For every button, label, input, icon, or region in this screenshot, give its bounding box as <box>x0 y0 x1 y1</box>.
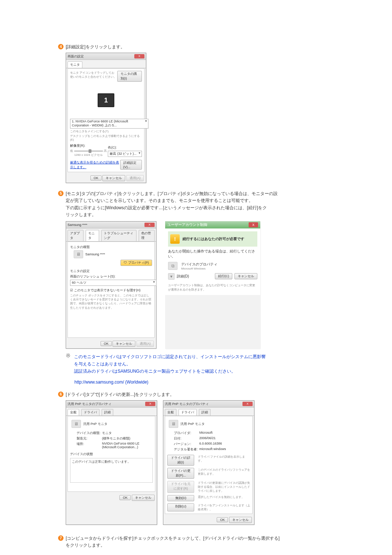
date-key: 日付: <box>174 436 199 441</box>
device-name: 汎用 PnP モニタ <box>180 422 205 426</box>
driver-details-desc: ドライバ ファイルの詳細を表示します。 <box>198 455 250 466</box>
monitor-type-group: モニタの種類 <box>70 245 152 250</box>
window-title: ユーザーアカウント制御 <box>167 222 207 227</box>
step-4-text: [詳細設定]をクリックします。 <box>66 44 125 50</box>
step-6-text: [ドライバ]タブで[ドライバの更新...]をクリックします。 <box>66 391 174 398</box>
cancel-button[interactable]: キャンセル <box>102 175 125 181</box>
version-val: 6.0.6000.16386 <box>199 442 250 446</box>
optimal-display-link[interactable]: 最適な表示を得るための詳細を表示します。 <box>70 160 120 170</box>
device-icon: ⧉ <box>168 262 177 270</box>
uac-details-toggle[interactable]: 詳細(D) <box>177 274 189 279</box>
close-icon[interactable]: X <box>249 222 258 227</box>
cancel-button[interactable]: キャンセル <box>132 495 155 501</box>
ok-button[interactable]: OK <box>101 341 112 346</box>
uac-prompt: 続行するにはあなたの許可が必要です <box>183 236 244 242</box>
refresh-rate-select[interactable]: 60 ヘルツ <box>70 280 156 286</box>
step-6-badge: 6 <box>58 392 64 397</box>
driver-cert-note: ※ このモニタードライバはマイクロソフトロゴに認定されており、インストールがシス… <box>66 353 334 375</box>
tab-detail[interactable]: 詳細 <box>102 409 113 416</box>
provider-val: Microsoft <box>199 431 250 436</box>
note-mark-icon: ※ <box>66 352 70 359</box>
cancel-button[interactable]: キャンセル <box>113 341 135 347</box>
tab-adapter[interactable]: アダプタ <box>68 230 83 241</box>
step-5: 5 [モニタ]タブの[プロパティ]をクリックします。[プロパティ]ボタンが無効に… <box>58 190 334 218</box>
mfg-val: (標準モニタの種類) <box>102 436 153 441</box>
step-7-badge: 7 <box>58 535 64 541</box>
tab-monitor[interactable]: モニタ <box>86 230 99 241</box>
disable-driver-button[interactable]: 無効(D) <box>167 495 194 501</box>
samsung-worldwide-link[interactable]: http://www.samsung.com/ (Worldwide) <box>74 380 148 385</box>
step-5-text: [モニタ]タブの[プロパティ]をクリックします。[プロパティ]ボタンが無効になっ… <box>66 190 278 218</box>
cancel-button[interactable]: キャンセル <box>229 517 252 523</box>
device-status-text: このデバイスは正常に動作しています。 <box>70 458 153 483</box>
update-driver-desc: このデバイスのドライバソフトウェアを更新します。 <box>198 468 250 479</box>
monitor-properties-window: Samsung **** X アダプタ モニタ トラブルシューティング 色の管理… <box>66 221 156 349</box>
step-7-text: [コンピュータからドライバを探す]チェックボックスをチェックして、[デバイスドラ… <box>66 535 279 549</box>
cancel-button[interactable]: キャンセル <box>234 273 257 279</box>
device-name: 汎用 PnP モニタ <box>83 422 107 426</box>
display-settings-window: 画面の設定 X モニタ モニタ アイコンをドラッグしてお使いのモニタと合わせてく… <box>66 53 146 183</box>
identify-monitor-button[interactable]: モニタの識別(I) <box>117 71 142 82</box>
tab-driver[interactable]: ドライバ <box>81 409 99 416</box>
apply-button: 適用(A) <box>136 341 154 347</box>
uninstall-driver-button[interactable]: 削除(U) <box>167 503 194 511</box>
rollback-driver-button: ドライバを元に戻す(R) <box>167 481 194 493</box>
tab-driver[interactable]: ドライバ <box>179 409 197 416</box>
close-icon[interactable]: X <box>144 223 155 227</box>
tab-monitor[interactable]: モニタ <box>68 61 82 68</box>
step-4-badge: 4 <box>58 44 64 49</box>
device-properties-driver-window: 汎用 PnP モニタのプロパティ X 全般 ドライバ 詳細 🖥 汎用 PnP モ… <box>163 400 254 525</box>
close-icon[interactable]: X <box>134 54 144 58</box>
refresh-rate-label: 画面のリフレッシュ レート(S): <box>70 274 152 279</box>
uac-device-name: デバイスのプロパティ <box>181 262 217 267</box>
driver-details-button[interactable]: ドライバの詳細(I) <box>167 455 194 466</box>
close-icon[interactable]: X <box>145 402 155 406</box>
ok-button[interactable]: OK <box>90 175 102 181</box>
color-select[interactable]: 最高 (32 ビット)... <box>108 151 142 157</box>
monitor-icon: 🖥 <box>72 420 81 428</box>
uac-subtitle: あなたが開始した操作である場合は、続行してください。 <box>168 249 257 259</box>
res-low: 低 <box>70 149 73 153</box>
monitor-properties-button[interactable]: 🛡 プロパティ(P) <box>121 260 152 266</box>
advanced-settings-button[interactable]: 詳細設定(V)... <box>120 160 142 170</box>
date-val: 2006/06/21 <box>199 436 250 441</box>
monitor-icon: 🖥 <box>74 250 83 258</box>
primary-monitor-checkbox: このモニタをメインにする(T) <box>70 129 142 133</box>
hide-modes-checkbox[interactable]: ☑ このモニタでは表示できないモードを隠す(H) <box>70 288 140 292</box>
update-driver-button[interactable]: ドライバの更新(P)... <box>167 468 194 479</box>
loc-key: 場所: <box>77 442 102 449</box>
uac-footnote: ユーザーアカウント制御は、あなたの許可なくコンピュータに変更が適用されるのを防ぎ… <box>168 283 257 292</box>
step-4: 4 [詳細設定]をクリックします。 <box>58 44 334 50</box>
mfg-key: 製造元: <box>77 436 102 441</box>
tab-detail[interactable]: 詳細 <box>199 409 211 416</box>
continue-button[interactable]: 続行(C) <box>215 273 233 279</box>
uninstall-driver-desc: ドライバをアンインストールします（上級者用）。 <box>198 503 250 511</box>
window-title: 汎用 PnP モニタのプロパティ <box>165 402 209 406</box>
resolution-label: 解像度(R): <box>70 143 107 148</box>
uac-publisher: Microsoft Windows <box>181 267 217 270</box>
tab-troubleshoot[interactable]: トラブルシューティング <box>101 230 136 241</box>
close-icon[interactable]: X <box>242 402 253 406</box>
step-7: 7 [コンピュータからドライバを探す]チェックボックスをチェックして、[デバイス… <box>58 535 334 549</box>
ok-button[interactable]: OK <box>119 495 131 500</box>
step-6: 6 [ドライバ]タブで[ドライバの更新...]をクリックします。 <box>58 391 334 398</box>
loc-val: NVIDIA GeForce 6600 LE (Microsoft Corpor… <box>102 442 153 449</box>
monitor-icon: 1 <box>98 93 114 107</box>
drag-instruction: モニタ アイコンをドラッグしてお使いのモニタと合わせてください。 <box>70 71 117 79</box>
monitor-icon: 🖥 <box>169 420 178 428</box>
tab-general[interactable]: 全般 <box>165 409 176 416</box>
hide-modes-warning: このチェック ボックスをオフにすると、このモニタでは正しく表示できないモードを選… <box>70 293 152 310</box>
extend-desktop-checkbox: デスクトップをこのモニタ上で移動できるようにする(E) <box>70 134 142 141</box>
tab-color[interactable]: 色の管理 <box>139 230 155 241</box>
chevron-down-icon[interactable]: ▾ <box>168 273 175 280</box>
resolution-slider[interactable] <box>74 150 103 152</box>
gpu-select[interactable]: 1. NVIDIA GeForce 6600 LE (Microsoft Cor… <box>70 119 148 129</box>
window-title: Samsung **** <box>68 223 87 227</box>
device-status-group: デバイスの状態 <box>70 452 153 457</box>
ok-button[interactable]: OK <box>217 517 228 522</box>
shield-icon: ! <box>170 234 180 244</box>
window-title: 画面の設定 <box>68 54 84 59</box>
color-label: 色(C): <box>108 145 142 150</box>
tab-general[interactable]: 全般 <box>68 409 79 416</box>
provider-key: プロバイダ: <box>174 431 199 436</box>
